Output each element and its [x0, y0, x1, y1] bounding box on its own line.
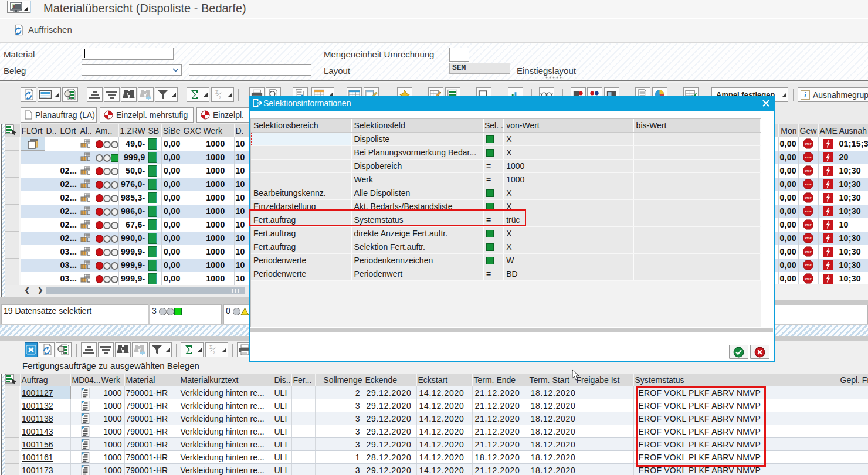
svg-text:STOP: STOP: [805, 277, 812, 280]
svg-text:STOP: STOP: [805, 156, 812, 159]
svg-text:STOP: STOP: [805, 210, 812, 213]
svg-text:Σ: Σ: [219, 94, 222, 100]
svg-text:STOP: STOP: [805, 183, 812, 186]
svg-text:STOP: STOP: [805, 250, 812, 253]
svg-text:STOP: STOP: [805, 143, 812, 146]
svg-text:STOP: STOP: [805, 237, 812, 240]
svg-text:STOP: STOP: [805, 223, 812, 226]
svg-text:STOP: STOP: [805, 196, 812, 199]
svg-text:STOP: STOP: [805, 264, 812, 267]
svg-text:Σ: Σ: [213, 350, 216, 355]
svg-text:STOP: STOP: [805, 169, 812, 172]
